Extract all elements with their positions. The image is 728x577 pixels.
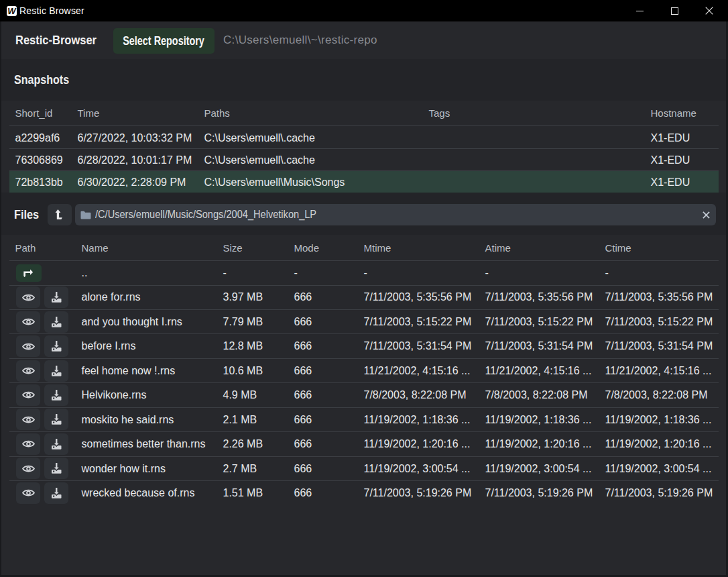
snapshot-tags xyxy=(423,181,645,182)
download-file-button[interactable] xyxy=(44,458,68,479)
files-heading: Files xyxy=(14,207,39,222)
snapshots-section-header: Snapshots xyxy=(1,59,726,101)
column-header-size[interactable]: Size xyxy=(217,242,288,254)
preview-file-button[interactable] xyxy=(16,409,40,430)
preview-file-button[interactable] xyxy=(16,286,40,308)
preview-file-button[interactable] xyxy=(16,335,40,357)
eye-icon xyxy=(22,293,35,302)
download-file-button[interactable] xyxy=(44,286,68,308)
preview-file-button[interactable] xyxy=(16,360,40,382)
column-header-atime[interactable]: Atime xyxy=(479,242,599,254)
download-file-button[interactable] xyxy=(44,360,68,382)
column-header-hostname[interactable]: Hostname xyxy=(645,107,719,119)
snapshot-row[interactable]: a2299af6 6/27/2022, 10:03:32 PM C:\Users… xyxy=(9,126,719,148)
current-path-value: /C/Users/emuell/Music/Songs/2004_Helveti… xyxy=(95,209,701,221)
download-file-button[interactable] xyxy=(44,335,68,357)
column-header-mtime[interactable]: Mtime xyxy=(358,242,479,254)
column-header-tags[interactable]: Tags xyxy=(423,107,645,119)
select-repository-button[interactable]: Select Repository xyxy=(113,28,215,54)
file-row[interactable]: wrecked because of.rns 1.51 MB 666 7/11/… xyxy=(9,480,719,505)
download-file-button[interactable] xyxy=(44,433,68,455)
column-header-ctime[interactable]: Ctime xyxy=(599,242,719,254)
file-mode: 666 xyxy=(288,486,358,499)
file-ctime: 11/21/2002, 4:15:16 ... xyxy=(599,364,719,377)
preview-file-button[interactable] xyxy=(16,458,40,479)
file-row[interactable]: alone for.rns 3.97 MB 666 7/11/2003, 5:3… xyxy=(9,285,719,309)
eye-icon xyxy=(22,415,35,424)
file-size: 10.6 MB xyxy=(217,364,288,377)
file-row[interactable]: sometimes better than.rns 2.26 MB 666 11… xyxy=(9,431,719,456)
file-row-actions xyxy=(9,458,76,479)
file-row[interactable]: feel home now !.rns 10.6 MB 666 11/21/20… xyxy=(9,358,719,382)
file-atime: 11/19/2002, 1:18:36 ... xyxy=(479,413,599,426)
file-size: 4.9 MB xyxy=(217,389,288,402)
column-header-short-id[interactable]: Short_id xyxy=(9,107,72,119)
snapshot-row[interactable]: 76306869 6/28/2022, 10:01:17 PM C:\Users… xyxy=(9,148,719,170)
snapshot-rows: a2299af6 6/27/2022, 10:03:32 PM C:\Users… xyxy=(9,126,719,193)
file-row[interactable]: Helvikone.rns 4.9 MB 666 7/8/2003, 8:22:… xyxy=(9,382,719,407)
parent-directory-row[interactable]: .. - - - - - xyxy=(9,261,719,285)
preview-file-button[interactable] xyxy=(16,311,40,333)
snapshot-row[interactable]: 72b813bb 6/30/2022, 2:28:09 PM C:\Users\… xyxy=(9,170,719,193)
download-icon xyxy=(50,339,63,353)
close-button[interactable] xyxy=(692,0,727,21)
eye-icon xyxy=(22,366,35,375)
file-mode: 666 xyxy=(288,315,358,328)
file-mtime: - xyxy=(358,267,479,280)
go-to-parent-button[interactable] xyxy=(16,264,42,282)
file-name: .. xyxy=(76,267,217,280)
file-rows: .. - - - - - alone for.rns 3.97 MB xyxy=(9,261,719,505)
eye-icon xyxy=(22,317,35,326)
file-atime: - xyxy=(479,267,599,280)
column-header-name[interactable]: Name xyxy=(76,242,217,254)
snapshots-table-body: Short_id Time Paths Tags Hostname a2299a… xyxy=(9,101,719,193)
file-mode: - xyxy=(288,267,358,280)
file-mtime: 7/11/2003, 5:31:54 PM xyxy=(358,340,479,353)
level-up-icon xyxy=(48,204,72,225)
file-mode: 666 xyxy=(288,413,358,426)
file-atime: 11/19/2002, 1:20:16 ... xyxy=(479,438,599,451)
file-mtime: 11/21/2002, 4:15:16 ... xyxy=(358,364,479,377)
file-mode: 666 xyxy=(288,389,358,402)
column-header-paths[interactable]: Paths xyxy=(198,107,423,119)
clear-path-icon xyxy=(703,211,710,219)
snapshot-time: 6/27/2022, 10:03:32 PM xyxy=(72,131,198,144)
preview-file-button[interactable] xyxy=(16,433,40,455)
file-ctime: 11/19/2002, 1:18:36 ... xyxy=(599,413,719,426)
file-row[interactable]: and you thought I.rns 7.79 MB 666 7/11/2… xyxy=(9,309,719,333)
download-file-button[interactable] xyxy=(44,311,68,333)
file-atime: 7/8/2003, 8:22:08 PM xyxy=(479,389,599,402)
files-title-box: Files xyxy=(14,207,48,222)
parent-row-actions xyxy=(9,264,76,282)
maximize-button[interactable] xyxy=(657,0,692,21)
preview-file-button[interactable] xyxy=(16,482,40,504)
clear-path-button[interactable] xyxy=(701,209,711,220)
parent-directory-icon xyxy=(16,264,42,282)
file-atime: 7/11/2003, 5:19:26 PM xyxy=(479,486,599,499)
go-to-root-button[interactable] xyxy=(48,204,72,225)
minimize-button[interactable] xyxy=(622,0,657,21)
file-size: 12.8 MB xyxy=(217,340,288,353)
download-file-button[interactable] xyxy=(44,482,68,504)
file-row[interactable]: before I.rns 12.8 MB 666 7/11/2003, 5:31… xyxy=(9,333,719,358)
file-row[interactable]: wonder how it.rns 2.7 MB 666 11/19/2002,… xyxy=(9,456,719,480)
snapshot-hostname: X1-EDU xyxy=(645,131,719,144)
snapshot-tags xyxy=(423,137,645,138)
eye-icon xyxy=(22,488,35,497)
column-header-mode[interactable]: Mode xyxy=(288,242,358,254)
download-file-button[interactable] xyxy=(44,384,68,406)
preview-file-button[interactable] xyxy=(16,384,40,406)
content-background xyxy=(1,508,726,575)
file-row[interactable]: moskito he said.rns 2.1 MB 666 11/19/200… xyxy=(9,407,719,431)
eye-icon xyxy=(22,342,35,351)
download-file-button[interactable] xyxy=(44,409,68,430)
snapshot-hostname: X1-EDU xyxy=(645,175,719,189)
snapshot-paths: C:\Users\emuell\.cache xyxy=(198,131,423,144)
eye-icon xyxy=(22,439,35,448)
file-name: alone for.rns xyxy=(76,291,217,304)
column-header-time[interactable]: Time xyxy=(72,107,198,119)
file-row-actions xyxy=(9,384,76,406)
column-header-path[interactable]: Path xyxy=(9,242,76,254)
current-path-input[interactable]: /C/Users/emuell/Music/Songs/2004_Helveti… xyxy=(75,204,716,225)
maximize-icon xyxy=(671,7,678,15)
